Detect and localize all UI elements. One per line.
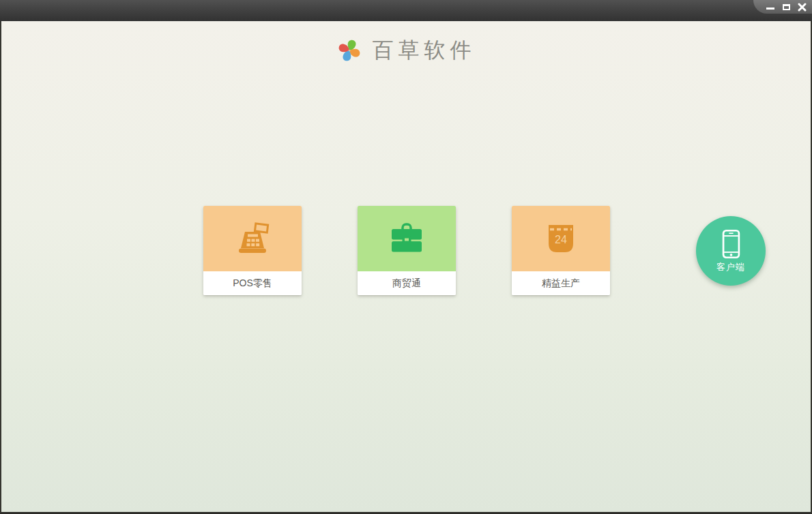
title-bar[interactable]: [0, 0, 812, 21]
calendar-day-number: 24: [555, 234, 567, 245]
briefcase-icon: [388, 223, 425, 254]
product-label: 商贸通: [358, 271, 456, 295]
app-window: 百草软件: [0, 0, 812, 514]
product-card-lean[interactable]: 24 精益生产: [512, 206, 610, 295]
window-controls: [766, 1, 807, 12]
product-card-trade[interactable]: 商贸通: [358, 206, 456, 295]
client-button[interactable]: 客户端: [696, 216, 766, 286]
smartphone-icon: [722, 229, 740, 259]
minimize-icon: [766, 7, 774, 10]
cash-register-icon: [233, 222, 272, 255]
close-icon: [798, 3, 807, 12]
maximize-icon: [783, 4, 790, 10]
minimize-button[interactable]: [766, 2, 775, 12]
pinwheel-logo-icon: [336, 37, 362, 63]
card-icon-area: [358, 206, 456, 271]
product-cards: POS零售 商贸通: [203, 206, 610, 295]
product-label: 精益生产: [512, 271, 610, 295]
brand-header: 百草软件: [1, 36, 811, 65]
calendar-icon: 24: [545, 222, 577, 255]
maximize-button[interactable]: [781, 2, 791, 12]
product-card-pos[interactable]: POS零售: [203, 206, 302, 295]
app-title: 百草软件: [373, 36, 476, 65]
close-button[interactable]: [797, 2, 807, 12]
card-icon-area: [203, 206, 302, 271]
client-button-label: 客户端: [716, 261, 745, 273]
card-icon-area: 24: [512, 206, 610, 271]
product-label: POS零售: [203, 271, 302, 295]
main-content: 百草软件: [0, 21, 812, 514]
